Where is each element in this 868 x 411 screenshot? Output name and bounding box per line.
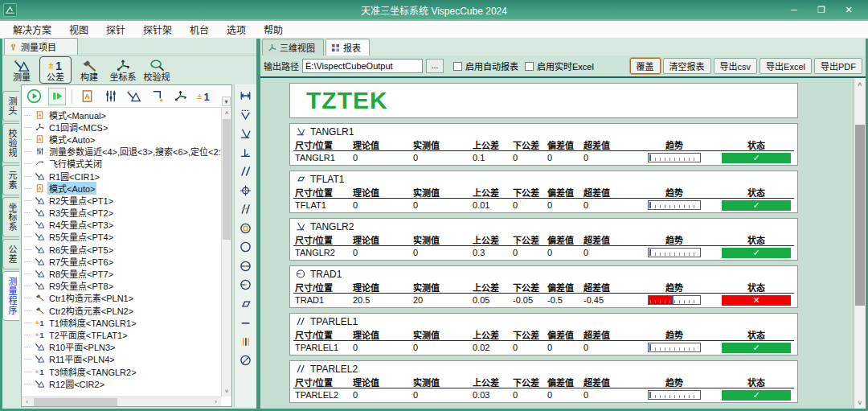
mode-button[interactable] bbox=[78, 88, 96, 105]
report-scroll-up-icon[interactable]: ˄ bbox=[854, 78, 866, 90]
tree-connector: ····· bbox=[23, 294, 35, 302]
tree-item[interactable]: ·····T1倾斜度<TANGLR1> bbox=[23, 316, 221, 328]
button-清空报表[interactable]: 清空报表 bbox=[663, 58, 711, 74]
gdt-par2-button[interactable] bbox=[238, 202, 253, 216]
tree-item[interactable]: ·····R12圆<CIR2> bbox=[23, 377, 221, 389]
button-导出csv[interactable]: 导出csv bbox=[714, 58, 758, 74]
gdt-dist-button[interactable] bbox=[238, 88, 253, 103]
tree-item[interactable]: ·····R6矢量点<PT5> bbox=[23, 243, 221, 255]
gdt-runout-button[interactable] bbox=[238, 353, 253, 368]
tree-item[interactable]: ·····飞行模式关闭 bbox=[23, 158, 221, 170]
browse-button[interactable]: ... bbox=[426, 59, 444, 73]
tree-item[interactable]: ·····R4矢量点<PT3> bbox=[23, 219, 221, 231]
tree-item[interactable]: ·····模式<Auto> bbox=[23, 133, 221, 145]
tree-item[interactable]: ·····T3倾斜度<TANGLR2> bbox=[23, 365, 221, 377]
checkbox-box[interactable] bbox=[453, 62, 462, 71]
report-tables: TANGLR1尺寸/位置理论值实测值上公差下公差偏差值超差值趋势状态TANGLR… bbox=[289, 123, 798, 403]
checkbox-启用实时Excel[interactable]: 启用实时Excel bbox=[525, 60, 594, 72]
tab-三维视图[interactable]: 三维视图 bbox=[262, 39, 324, 55]
button-导出Excel[interactable]: 导出Excel bbox=[760, 58, 812, 74]
path-button[interactable] bbox=[171, 88, 189, 105]
tree-item[interactable]: ·····C1回调<MCS> bbox=[23, 121, 221, 133]
side-tab-测头[interactable]: 测头 bbox=[2, 91, 19, 121]
checkbox-启用自动报表[interactable]: 启用自动报表 bbox=[453, 60, 518, 72]
menu-item[interactable]: 探针 bbox=[98, 21, 133, 38]
step-run-button[interactable] bbox=[48, 88, 66, 105]
tolerance-button[interactable] bbox=[194, 88, 212, 105]
run-program-button[interactable] bbox=[25, 88, 43, 105]
toolbar-overflow-button[interactable]: ▾ bbox=[222, 97, 231, 106]
parameters-button[interactable] bbox=[101, 88, 119, 105]
corner-button[interactable] bbox=[148, 88, 166, 105]
tree-horizontal-scrollbar[interactable]: ‹ › bbox=[22, 397, 221, 406]
tree-item[interactable]: ·····R10平面<PLN3> bbox=[23, 341, 221, 353]
ribbon-button-公差[interactable]: 公差 bbox=[39, 56, 72, 84]
gdt-pos-button[interactable] bbox=[238, 183, 253, 198]
side-tab-校验规[interactable]: 校验规 bbox=[2, 123, 19, 163]
gdt-profile-button[interactable] bbox=[238, 108, 253, 122]
ribbon-button-构建[interactable]: 构建 bbox=[73, 56, 105, 84]
button-覆盖[interactable]: 覆盖 bbox=[630, 58, 661, 74]
menu-item[interactable]: 机台 bbox=[182, 21, 217, 38]
tree-item[interactable]: ·····R9矢量点<PT8> bbox=[23, 280, 221, 292]
ribbon-button-校验规[interactable]: 校验规 bbox=[141, 56, 173, 84]
side-tab-元素[interactable]: 元素 bbox=[2, 165, 19, 195]
cell-status: ✓ bbox=[719, 390, 794, 401]
tree-item[interactable]: ·····R7矢量点<PT6> bbox=[23, 255, 221, 267]
ribbon-button-坐标系[interactable]: 坐标系 bbox=[107, 56, 139, 84]
maximize-button[interactable]: ❐ bbox=[810, 2, 833, 17]
tree-vertical-scrollbar[interactable]: ˄ ˅ bbox=[221, 108, 231, 397]
button-导出PDF[interactable]: 导出PDF bbox=[814, 58, 862, 74]
side-tab-公差[interactable]: 公差 bbox=[2, 239, 19, 269]
side-tab-测量程序[interactable]: 测量程序 bbox=[2, 271, 19, 321]
menu-item[interactable]: 选项 bbox=[219, 21, 254, 38]
menu-item[interactable]: 视图 bbox=[61, 21, 96, 38]
menu-item[interactable]: 探针架 bbox=[135, 21, 180, 38]
gdt-circ-button[interactable] bbox=[238, 240, 253, 254]
gdt-straight-button[interactable] bbox=[238, 315, 253, 330]
ribbon-button-测量[interactable]: 测量 bbox=[6, 56, 38, 84]
tab-报表[interactable]: 报表 bbox=[326, 39, 370, 55]
cell-over: 0 bbox=[582, 200, 630, 210]
minimize-button[interactable]: ─ bbox=[783, 2, 805, 17]
tree-item[interactable]: ·····模式<Auto> bbox=[23, 182, 221, 194]
tree-hscroll-thumb[interactable] bbox=[34, 398, 117, 406]
gdt-dia-button[interactable] bbox=[238, 259, 253, 273]
gdt-sym-button[interactable] bbox=[238, 335, 253, 349]
scroll-down-icon[interactable]: ˅ bbox=[222, 386, 231, 397]
column-header: 上公差 bbox=[471, 138, 511, 151]
tree-item[interactable]: ·····R5矢量点<PT4> bbox=[23, 231, 221, 243]
output-path-input[interactable] bbox=[302, 59, 423, 73]
report-table-TPARLEL2: TPARLEL2尺寸/位置理论值实测值上公差下公差偏差值超差值趋势状态TPARL… bbox=[289, 360, 798, 403]
gdt-flat-button[interactable] bbox=[238, 297, 253, 311]
gdt-rad-button[interactable] bbox=[238, 277, 253, 292]
menu-item[interactable]: 帮助 bbox=[256, 21, 291, 38]
report-vertical-scrollbar[interactable]: ˄ ˅ bbox=[854, 78, 866, 409]
scroll-left-icon[interactable]: ‹ bbox=[22, 398, 32, 405]
tree-item[interactable]: ·····Ctr1构造元素<PLN1> bbox=[23, 292, 221, 304]
gdt-conc-button[interactable] bbox=[238, 221, 253, 236]
gdt-par-button[interactable] bbox=[238, 164, 253, 179]
scroll-up-icon[interactable]: ˄ bbox=[222, 108, 231, 118]
gdt-perp-button[interactable] bbox=[238, 146, 253, 160]
report-scroll-down-icon[interactable]: ˅ bbox=[854, 397, 866, 409]
menu-item[interactable]: 解决方案 bbox=[5, 21, 59, 38]
tree-item[interactable]: ·····R2矢量点<PT1> bbox=[23, 194, 221, 206]
tree-vscroll-thumb[interactable] bbox=[223, 119, 231, 240]
tree-item[interactable]: ·····R1圆<CIR1> bbox=[23, 170, 221, 182]
measure-button[interactable] bbox=[125, 88, 142, 105]
tree-item[interactable]: ·····测量参数逼近<4>,回退<3>,搜索<6>,定位<2: bbox=[23, 146, 221, 158]
checkbox-box[interactable] bbox=[525, 62, 534, 71]
scroll-right-icon[interactable]: › bbox=[211, 398, 221, 405]
tree-item[interactable]: ·····R11平面<PLN4> bbox=[23, 353, 221, 365]
gdt-ang-button[interactable] bbox=[238, 126, 253, 141]
close-button[interactable]: ✕ bbox=[837, 2, 860, 17]
tab-measure-items[interactable]: 测量项目 bbox=[4, 38, 78, 55]
tree-item[interactable]: ·····T2平面度<TFLAT1> bbox=[23, 328, 221, 340]
report-vscroll-thumb[interactable] bbox=[855, 125, 865, 306]
tree-item[interactable]: ·····Ctr2构造元素<PLN2> bbox=[23, 304, 221, 316]
tree-item[interactable]: ·····R8矢量点<PT7> bbox=[23, 267, 221, 279]
side-tab-坐标系[interactable]: 坐标系 bbox=[2, 197, 19, 237]
tree-item[interactable]: ·····模式<Manual> bbox=[23, 109, 221, 121]
tree-item[interactable]: ·····R3矢量点<PT2> bbox=[23, 207, 221, 219]
